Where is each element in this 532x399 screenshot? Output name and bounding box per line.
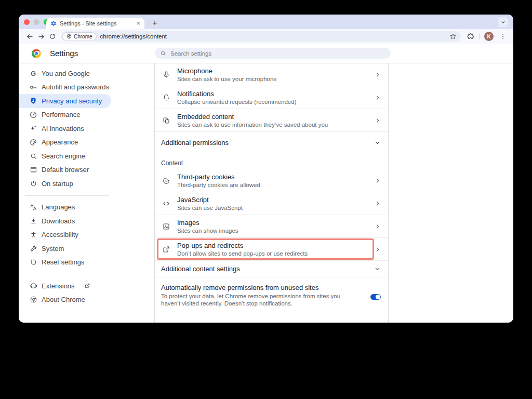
sidebar-item-languages[interactable]: Languages [19, 201, 154, 215]
sidebar-item-label: About Chrome [42, 296, 85, 303]
settings-body: G You and Google Autofill and passwords … [19, 63, 513, 323]
settings-header: Settings [19, 44, 513, 63]
chevron-right-icon [375, 223, 381, 230]
sidebar-item-ai-innovations[interactable]: AI innovations [19, 122, 154, 136]
traffic-lights [24, 19, 49, 25]
sidebar-item-label: Reset settings [42, 258, 84, 266]
speedometer-icon [29, 111, 37, 119]
key-icon [29, 83, 37, 91]
sidebar-item-privacy-and-security[interactable]: Privacy and security [19, 94, 111, 108]
sidebar-item-label: Performance [42, 111, 80, 118]
unused-sites-toggle[interactable] [370, 294, 381, 300]
settings-search[interactable] [155, 48, 391, 59]
sidebar-item-system[interactable]: System [19, 242, 154, 256]
site-chip[interactable]: Chrome [63, 33, 96, 41]
wrench-icon [29, 244, 37, 252]
additional-permissions-expander[interactable]: Additional permissions [155, 132, 388, 153]
row-embedded-content[interactable]: Embedded content Sites can ask to use in… [155, 109, 388, 131]
sidebar-item-search-engine[interactable]: Search engine [19, 149, 154, 163]
row-title: Images [177, 219, 375, 227]
shield-icon [29, 97, 37, 105]
forward-button[interactable] [35, 31, 47, 42]
forward-arrow-icon [37, 33, 45, 41]
sidebar-item-label: Extensions [42, 282, 75, 290]
sparkle-icon [29, 124, 37, 132]
download-icon [29, 217, 37, 225]
power-icon [29, 179, 37, 188]
tab-title: Settings - Site settings [60, 20, 134, 26]
gear-icon [50, 20, 57, 26]
tab-close-icon[interactable]: × [137, 20, 140, 26]
chevron-down-icon [501, 20, 506, 24]
additional-content-expander[interactable]: Additional content settings [155, 261, 388, 277]
sidebar-item-label: You and Google [42, 70, 90, 77]
tab-settings[interactable]: Settings - Site settings × [46, 18, 144, 29]
reload-button[interactable] [47, 31, 58, 42]
search-input[interactable] [169, 50, 327, 57]
translate-icon [29, 203, 37, 211]
sidebar-item-you-and-google[interactable]: G You and Google [19, 66, 154, 81]
unused-sites-title: Automatically remove permissions from un… [161, 284, 363, 291]
menu-button[interactable] [498, 31, 508, 42]
new-tab-button[interactable]: + [150, 17, 160, 28]
row-title: Notifications [177, 90, 375, 98]
unused-sites-description: To protect your data, let Chrome remove … [161, 293, 354, 307]
sidebar-item-label: Search engine [42, 152, 85, 160]
sidebar-item-autofill[interactable]: Autofill and passwords [19, 81, 154, 95]
row-subtitle: Sites can ask to use your microphone [177, 76, 375, 83]
open-in-new-icon [161, 245, 171, 254]
url-text[interactable]: chrome://settings/content [100, 33, 167, 39]
row-subtitle: Third-party cookies are allowed [177, 182, 375, 189]
row-microphone[interactable]: Microphone Sites can ask to use your mic… [155, 63, 388, 86]
sidebar-item-accessibility[interactable]: Accessibility [19, 228, 154, 242]
row-subtitle: Don’t allow sites to send pop-ups or use… [177, 250, 375, 257]
sidebar-item-appearance[interactable]: Appearance [19, 136, 154, 150]
sidebar-item-label: Privacy and security [42, 97, 102, 105]
sidebar-item-performance[interactable]: Performance [19, 108, 154, 122]
minimize-window-button[interactable] [34, 19, 39, 25]
bookmark-star-icon[interactable] [449, 33, 457, 40]
row-javascript[interactable]: JavaScript Sites can use JavaScript [155, 192, 388, 215]
extensions-button[interactable] [465, 31, 475, 42]
sidebar-item-reset-settings[interactable]: Reset settings [19, 256, 154, 270]
unused-sites-setting: Automatically remove permissions from un… [155, 277, 388, 307]
profile-avatar[interactable]: K [484, 32, 494, 41]
back-button[interactable] [24, 31, 35, 42]
chrome-logo-icon [31, 48, 42, 59]
sidebar-divider [25, 274, 109, 274]
row-notifications[interactable]: Notifications Collapse unwanted requests… [155, 86, 388, 109]
omnibox[interactable]: Chrome chrome://settings/content [61, 31, 461, 42]
row-popups-and-redirects[interactable]: Pop-ups and redirects Don’t allow sites … [155, 238, 388, 260]
sidebar-item-label: AI innovations [42, 125, 84, 132]
sidebar-item-label: Default browser [42, 166, 89, 174]
chevron-right-icon [375, 246, 381, 252]
magnifier-icon [29, 152, 37, 160]
code-icon [161, 200, 171, 208]
sidebar-item-on-startup[interactable]: On startup [19, 177, 154, 191]
browser-window: Settings - Site settings × + Chrome chro… [19, 15, 513, 323]
row-title: Embedded content [177, 113, 375, 121]
chevron-right-icon [375, 72, 381, 78]
bell-icon [161, 94, 171, 102]
sidebar-item-label: Autofill and passwords [42, 83, 109, 91]
sidebar: G You and Google Autofill and passwords … [19, 63, 154, 323]
row-third-party-cookies[interactable]: Third-party cookies Third-party cookies … [155, 170, 388, 192]
row-subtitle: Collapse unwanted requests (recommended) [177, 99, 375, 105]
sidebar-item-default-browser[interactable]: Default browser [19, 163, 154, 177]
row-images[interactable]: Images Sites can show images [155, 215, 388, 237]
close-window-button[interactable] [24, 19, 30, 25]
reset-icon [29, 258, 37, 267]
embedded-content-icon [161, 116, 171, 125]
sidebar-item-label: System [42, 245, 64, 252]
microphone-icon [161, 71, 171, 79]
sidebar-item-about-chrome[interactable]: About Chrome [19, 293, 154, 307]
tab-strip: Settings - Site settings × + [19, 15, 513, 29]
chrome-mono-icon [29, 296, 37, 304]
expander-label: Additional content settings [161, 265, 374, 273]
tab-search-button[interactable] [498, 17, 508, 27]
row-title: Third-party cookies [177, 173, 375, 181]
sidebar-item-extensions[interactable]: Extensions [19, 279, 154, 293]
browser-toolbar: Chrome chrome://settings/content K [19, 29, 513, 44]
chevron-right-icon [375, 201, 381, 207]
sidebar-item-downloads[interactable]: Downloads [19, 214, 154, 228]
